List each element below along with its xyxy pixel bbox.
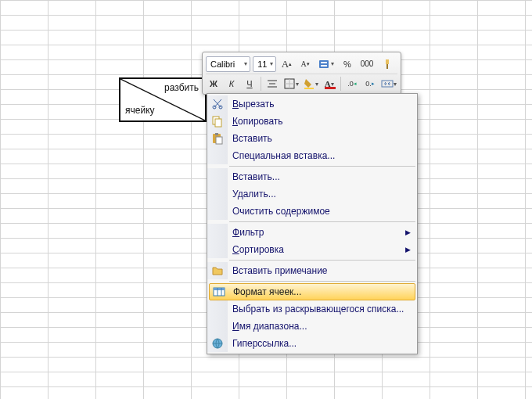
italic-icon: К (229, 79, 234, 88)
menu-item-label: Вставить примечание (228, 265, 400, 276)
accounting-format-button[interactable]: ▾ (315, 56, 337, 72)
menu-item-label: Гиперссылка... (228, 338, 400, 349)
menu-item-label: Выбрать из раскрывающегося списка... (228, 304, 404, 315)
menu-item-label: Удалить... (228, 189, 400, 200)
menu-item-insert[interactable]: Вставить... (207, 168, 417, 185)
increase-decimal-icon: .0 (347, 80, 354, 88)
svg-rect-5 (386, 64, 388, 69)
bold-icon: Ж (210, 79, 217, 88)
menu-item-delete[interactable]: Удалить... (207, 185, 417, 203)
scissors-icon (211, 98, 224, 110)
svg-rect-21 (215, 133, 218, 135)
font-size-value: 11 (257, 59, 267, 69)
paste-icon (211, 132, 224, 145)
split-cell[interactable]: разбить ячейку (119, 77, 207, 122)
submenu-arrow-icon: ▶ (405, 228, 411, 236)
increase-font-icon: A (282, 58, 289, 70)
fill-color-button[interactable]: ▾ (302, 76, 319, 92)
separator (261, 77, 261, 91)
align-center-button[interactable] (264, 76, 280, 92)
chevron-down-icon: ▾ (331, 60, 334, 67)
decrease-font-icon: A (301, 59, 307, 68)
menu-item-name-range[interactable]: Имя диапазона... (207, 318, 417, 335)
menu-item-format-cells[interactable]: Формат ячеек... (209, 283, 415, 300)
split-cell-bottom-label: ячейку (125, 105, 155, 116)
separator (340, 77, 341, 91)
svg-rect-19 (215, 119, 221, 127)
italic-button[interactable]: К (224, 76, 239, 92)
svg-rect-24 (214, 288, 225, 290)
menu-item-pick-from-dropdown[interactable]: Выбрать из раскрывающегося списка... (207, 300, 417, 318)
increase-font-button[interactable]: A▴ (279, 56, 295, 72)
mini-toolbar: Calibri ▾ 11 ▾ A▴ A▾ ▾ % 000 (202, 52, 401, 95)
decrease-decimal-icon: 0. (365, 80, 372, 88)
menu-item-paste[interactable]: Вставить (207, 130, 417, 147)
menu-item-clear-contents[interactable]: Очистить содержимое (207, 203, 417, 220)
menu-item-label: Копировать (228, 116, 400, 127)
decrease-font-button[interactable]: A▾ (297, 56, 313, 72)
paintbrush-icon (382, 58, 394, 70)
menu-item-insert-comment[interactable]: Вставить примечание (207, 262, 417, 279)
bold-button[interactable]: Ж (206, 76, 221, 92)
menu-item-label: Вставить (228, 133, 400, 144)
submenu-arrow-icon: ▶ (405, 246, 411, 253)
menu-item-label: Вставить... (228, 171, 400, 182)
font-name-value: Calibri (210, 59, 235, 69)
menu-item-cut[interactable]: Вырезать (207, 95, 417, 113)
svg-rect-3 (321, 65, 327, 66)
merge-icon (381, 77, 394, 90)
menu-separator (229, 260, 415, 261)
svg-rect-4 (386, 59, 389, 64)
chevron-down-icon: ▾ (270, 60, 273, 67)
chevron-down-icon: ▾ (244, 60, 247, 67)
underline-button[interactable]: Ч (242, 76, 257, 92)
menu-separator (229, 166, 415, 167)
chevron-down-icon: ▾ (394, 81, 397, 88)
format-cells-icon (213, 286, 225, 298)
font-color-swatch (325, 87, 336, 89)
menu-item-label: Фильтр (228, 227, 400, 238)
chevron-down-icon: ▾ (296, 81, 299, 88)
format-painter-button[interactable] (379, 56, 397, 72)
menu-item-label: Формат ячеек... (228, 286, 399, 297)
font-size-select[interactable]: 11 ▾ (253, 56, 276, 72)
menu-item-copy[interactable]: Копировать (207, 113, 417, 130)
chevron-down-icon: ▾ (315, 81, 318, 88)
comma-format-button[interactable]: 000 (358, 56, 376, 72)
font-name-select[interactable]: Calibri ▾ (206, 56, 250, 72)
accounting-icon (318, 58, 331, 70)
menu-item-label: Сортировка (228, 244, 400, 255)
menu-separator (229, 221, 415, 222)
font-color-button[interactable]: A ▾ (322, 76, 338, 92)
menu-item-label: Очистить содержимое (228, 206, 400, 217)
menu-item-paste-special[interactable]: Специальная вставка... (207, 147, 417, 164)
decrease-decimal-button[interactable]: 0. ▸ (362, 76, 378, 92)
align-center-icon (266, 77, 279, 90)
percent-icon: % (343, 59, 351, 69)
underline-icon: Ч (246, 79, 252, 88)
menu-item-label: Вырезать (228, 99, 400, 110)
hyperlink-icon (211, 337, 224, 350)
copy-icon (211, 115, 224, 128)
borders-button[interactable]: ▾ (282, 76, 300, 92)
increase-decimal-button[interactable]: .0 ◂ (344, 76, 360, 92)
folder-icon (211, 264, 224, 277)
context-menu: Вырезать Копировать Вставить Специальная… (207, 93, 418, 354)
menu-item-label: Специальная вставка... (228, 150, 400, 161)
bucket-icon (303, 77, 315, 90)
thousands-icon: 000 (361, 59, 374, 68)
menu-item-hyperlink[interactable]: Гиперссылка... (207, 335, 417, 352)
split-cell-top-label: разбить (164, 82, 199, 93)
svg-rect-1 (319, 60, 329, 68)
svg-rect-12 (304, 88, 314, 89)
merge-center-button[interactable]: ▾ (380, 76, 397, 92)
percent-format-button[interactable]: % (340, 56, 355, 72)
menu-separator (229, 281, 415, 282)
svg-rect-22 (216, 137, 222, 144)
menu-item-sort[interactable]: Сортировка ▶ (207, 241, 417, 258)
menu-item-filter[interactable]: Фильтр ▶ (207, 224, 417, 241)
menu-item-label: Имя диапазона... (228, 321, 400, 332)
svg-rect-13 (382, 81, 393, 87)
borders-icon (283, 77, 296, 90)
svg-rect-2 (321, 62, 327, 63)
